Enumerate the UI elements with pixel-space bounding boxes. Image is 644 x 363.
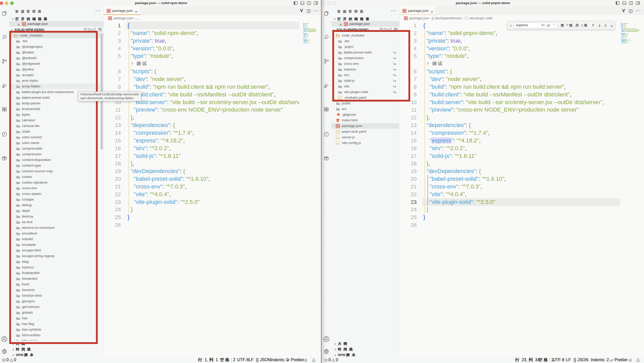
svg-text:JS: JS [337,143,339,144]
svg-text:5: 5 [337,119,338,122]
svg-text:Y: Y [337,130,339,133]
svg-text:JS: JS [337,137,339,139]
